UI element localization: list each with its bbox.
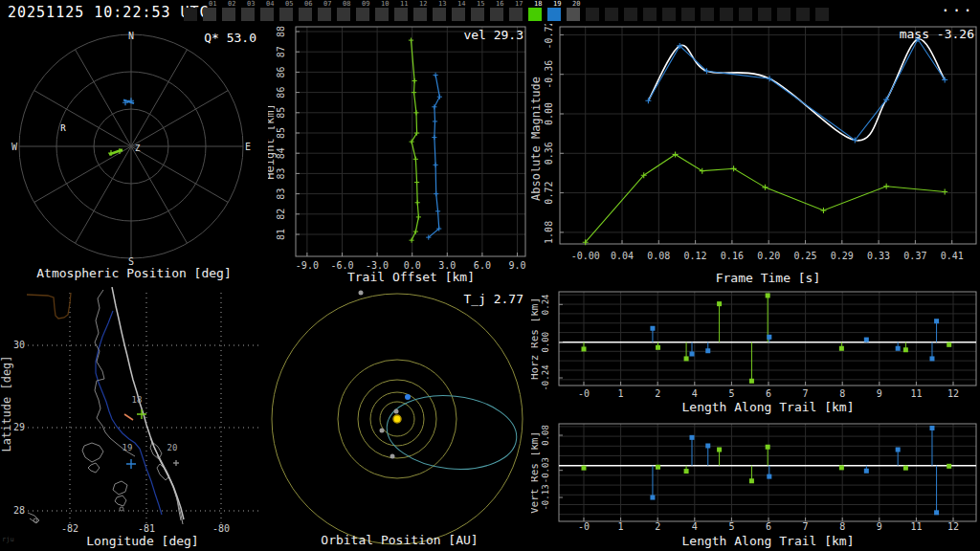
- frame-thumbnail-19[interactable]: 19: [546, 0, 565, 24]
- frame-thumbnail-empty[interactable]: [603, 0, 622, 24]
- panel-trail-offset: -9.0-6.0-3.00.03.06.09.08887868685858483…: [268, 24, 531, 287]
- frame-thumbnail-image[interactable]: [318, 8, 331, 21]
- svg-text:85: 85: [276, 107, 286, 119]
- frame-thumbnail-image[interactable]: [586, 8, 599, 21]
- frame-thumbnail-image[interactable]: [222, 8, 235, 21]
- frame-thumbnail-empty[interactable]: [813, 0, 833, 24]
- frame-thumbnail-18[interactable]: 18: [526, 0, 546, 24]
- svg-text:-0.36: -0.36: [544, 60, 554, 89]
- frame-thumbnail-image[interactable]: [720, 8, 733, 21]
- frame-thumbnail-empty[interactable]: [756, 0, 775, 24]
- frame-thumbnail-image[interactable]: [452, 8, 465, 21]
- svg-text:7: 7: [803, 388, 809, 399]
- frame-thumbnail-image[interactable]: [356, 8, 369, 21]
- frame-thumbnail-image[interactable]: [739, 8, 752, 21]
- frame-thumbnail-15[interactable]: 15: [469, 0, 488, 24]
- frame-thumbnail-image[interactable]: [394, 8, 408, 21]
- frame-thumbnail-empty[interactable]: [622, 0, 641, 24]
- svg-text:86: 86: [276, 66, 286, 77]
- frame-thumbnail-image[interactable]: [260, 8, 274, 21]
- frame-thumbnail-image[interactable]: [279, 8, 293, 21]
- svg-text:0.04: 0.04: [611, 251, 634, 261]
- frame-thumbnail-01[interactable]: 01: [201, 0, 220, 24]
- frame-thumbnail-04[interactable]: 04: [258, 0, 278, 24]
- svg-text:0.00: 0.00: [541, 332, 550, 353]
- frame-thumbnail-image[interactable]: [490, 8, 503, 21]
- overflow-menu-button[interactable]: ...: [941, 0, 974, 15]
- frame-thumbnail-image[interactable]: [203, 8, 216, 21]
- frame-thumbnail-image[interactable]: [471, 8, 484, 21]
- frame-number-label: 04: [266, 0, 274, 8]
- frame-number-label: 05: [285, 0, 293, 8]
- frame-thumbnail-16[interactable]: 16: [488, 0, 507, 24]
- frame-thumbnail-13[interactable]: 13: [431, 0, 450, 24]
- frame-thumbnail-05[interactable]: 05: [278, 0, 297, 24]
- frame-thumbnail-image[interactable]: [796, 8, 810, 21]
- frame-thumbnail-image[interactable]: [337, 8, 350, 21]
- frame-thumbnail-08[interactable]: 08: [335, 0, 354, 24]
- frame-thumbnail-14[interactable]: 14: [450, 0, 469, 24]
- panel-light-curve: -0.000.040.080.120.160.200.250.290.330.3…: [531, 24, 980, 287]
- svg-text:84: 84: [276, 147, 286, 159]
- svg-text:Vert Res [km]: Vert Res [km]: [531, 431, 541, 514]
- watermark: rju: [2, 536, 14, 543]
- frame-thumbnail-06[interactable]: 06: [297, 0, 316, 24]
- frame-thumbnail-empty[interactable]: [182, 0, 201, 24]
- frame-thumbnail-03[interactable]: 03: [239, 0, 258, 24]
- svg-text:82: 82: [276, 209, 286, 220]
- frame-thumbnail-image[interactable]: [375, 8, 389, 21]
- frame-thumbnail-empty[interactable]: [794, 0, 813, 24]
- frame-thumbnail-image[interactable]: [241, 8, 255, 21]
- frame-thumbnail-image[interactable]: [643, 8, 657, 21]
- frame-thumbnail-empty[interactable]: [699, 0, 718, 24]
- frame-thumbnail-image[interactable]: [662, 8, 676, 21]
- panel-vertical-residuals: -01245678911120.08-0.03-0.13Vert Res [km…: [531, 413, 980, 551]
- frame-thumbnail-image[interactable]: [413, 8, 427, 21]
- svg-text:0.16: 0.16: [721, 251, 744, 261]
- horz-length-caption: Length Along Trail [km]: [556, 400, 980, 414]
- frame-thumbnail-image[interactable]: [547, 8, 561, 21]
- frame-thumbnail-image[interactable]: [528, 8, 542, 21]
- frame-thumbnail-image[interactable]: [624, 8, 637, 21]
- frame-thumbnail-10[interactable]: 10: [373, 0, 392, 24]
- ground-map-chart: 302928-82-81-80Latitude [deg]181920: [0, 287, 268, 551]
- frame-thumbnail-02[interactable]: 02: [220, 0, 239, 24]
- svg-text:Horz Res [km]: Horz Res [km]: [531, 298, 541, 380]
- frame-thumbnail-image[interactable]: [701, 8, 714, 21]
- frame-thumbnail-20[interactable]: 20: [565, 0, 584, 24]
- frame-thumbnail-image[interactable]: [509, 8, 523, 21]
- frame-thumbnail-image[interactable]: [815, 8, 829, 21]
- frame-thumbnail-empty[interactable]: [679, 0, 699, 24]
- svg-text:86: 86: [276, 87, 286, 99]
- svg-text:Latitude [deg]: Latitude [deg]: [0, 355, 13, 452]
- frame-thumbnail-empty[interactable]: [584, 0, 603, 24]
- frame-thumbnail-image[interactable]: [777, 8, 791, 21]
- svg-text:85: 85: [276, 127, 286, 139]
- svg-text:8: 8: [839, 388, 845, 399]
- frame-thumbnail-image[interactable]: [433, 8, 446, 21]
- frame-thumbnail-image[interactable]: [605, 8, 618, 21]
- svg-text:28: 28: [13, 505, 25, 516]
- frame-thumbnail-image[interactable]: [299, 8, 312, 21]
- frame-thumbnail-09[interactable]: 09: [354, 0, 373, 24]
- frame-thumbnail-empty[interactable]: [775, 0, 794, 24]
- svg-text:R: R: [60, 123, 66, 133]
- frame-thumbnail-empty[interactable]: [641, 0, 660, 24]
- frame-thumbnail-empty[interactable]: [660, 0, 679, 24]
- light-curve-chart: -0.000.040.080.120.160.200.250.290.330.3…: [531, 24, 980, 287]
- orbital-position-caption: Orbital Position [AU]: [268, 533, 531, 547]
- frame-thumbnail-strip: 0102030405060708091011121314151617181920: [182, 0, 833, 24]
- frame-thumbnail-12[interactable]: 12: [412, 0, 431, 24]
- frame-thumbnail-empty[interactable]: [737, 0, 756, 24]
- frame-thumbnail-07[interactable]: 07: [316, 0, 335, 24]
- frame-number-label: 10: [381, 0, 389, 8]
- frame-thumbnail-17[interactable]: 17: [507, 0, 526, 24]
- frame-thumbnail-image[interactable]: [681, 8, 695, 21]
- frame-number-label: 12: [419, 0, 427, 8]
- trail-offset-chart: -9.0-6.0-3.00.03.06.09.08887868685858483…: [268, 24, 531, 287]
- frame-thumbnail-image[interactable]: [567, 8, 580, 21]
- frame-thumbnail-11[interactable]: 11: [392, 0, 412, 24]
- frame-thumbnail-empty[interactable]: [718, 0, 737, 24]
- frame-thumbnail-image[interactable]: [184, 8, 197, 21]
- frame-thumbnail-image[interactable]: [758, 8, 771, 21]
